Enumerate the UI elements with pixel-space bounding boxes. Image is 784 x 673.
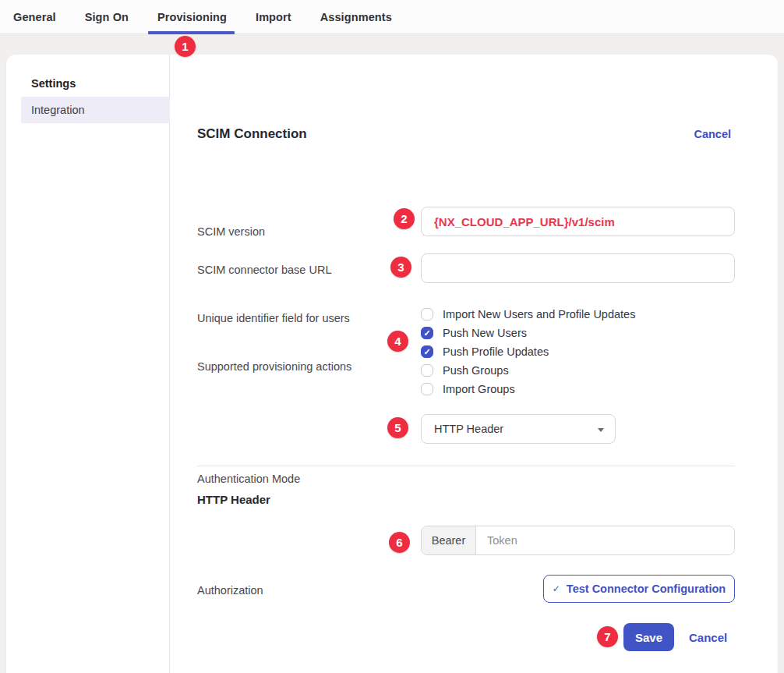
sidebar-item-integration[interactable]: Integration [21,97,170,123]
checkbox-label: Push Profile Updates [443,345,549,358]
content-card: Settings Integration SCIM Connection Can… [6,55,778,673]
unique-id-input[interactable] [421,253,735,283]
scim-version-label: SCIM version [197,225,265,238]
test-connector-configuration-button[interactable]: ✓ Test Connector Configuration [543,575,735,603]
checkbox-push-profile-updates[interactable]: Push Profile Updates [421,342,635,361]
tab-assignments[interactable]: Assignments [320,0,392,34]
sidebar-heading: Settings [31,77,76,90]
checkbox-import-groups[interactable]: Import Groups [421,380,635,398]
http-header-heading: HTTP Header [197,493,270,506]
provisioning-actions-group: Import New Users and Profile Updates Pus… [421,305,635,398]
checkbox-icon[interactable] [421,345,433,358]
step-badge-4: 4 [387,331,408,352]
check-icon: ✓ [553,583,560,594]
base-url-input[interactable] [421,207,735,236]
settings-sidebar: Settings Integration [6,55,170,673]
cancel-link-bottom[interactable]: Cancel [689,631,727,644]
step-badge-2: 2 [394,208,415,229]
step-badge-3: 3 [390,257,411,278]
chevron-down-icon [598,428,604,432]
checkbox-icon[interactable] [421,327,433,339]
step-badge-5: 5 [387,417,408,438]
tab-import[interactable]: Import [256,0,291,34]
save-button[interactable]: Save [623,623,674,651]
step-badge-1: 1 [175,36,196,57]
tab-provisioning[interactable]: Provisioning [157,0,227,34]
checkbox-import-new-users[interactable]: Import New Users and Profile Updates [421,305,635,324]
auth-mode-select[interactable]: HTTP Header [421,414,616,444]
checkbox-icon[interactable] [421,364,433,377]
cancel-link-top[interactable]: Cancel [694,128,731,140]
base-url-label: SCIM connector base URL [197,264,331,276]
checkbox-icon[interactable] [421,383,433,395]
tab-general[interactable]: General [13,0,56,34]
checkbox-label: Import New Users and Profile Updates [443,308,635,321]
checkbox-label: Import Groups [443,383,515,395]
checkbox-push-new-users[interactable]: Push New Users [421,324,635,342]
provisioning-actions-label: Supported provisioning actions [197,360,351,373]
checkbox-push-groups[interactable]: Push Groups [421,361,635,380]
page-title: SCIM Connection [197,126,307,142]
step-badge-7: 7 [597,626,618,647]
tab-sign-on[interactable]: Sign On [85,0,129,34]
checkbox-label: Push New Users [443,327,527,339]
checkbox-icon[interactable] [421,308,433,321]
scim-connection-panel: SCIM Connection Cancel SCIM version 2.0 … [197,55,743,673]
authorization-label: Authorization [197,584,263,597]
authorization-input-group: Bearer [421,526,735,555]
section-divider [197,466,735,466]
auth-mode-selected-value: HTTP Header [434,423,503,435]
checkbox-label: Push Groups [443,364,509,377]
auth-mode-label: Authentication Mode [197,473,300,485]
test-button-label: Test Connector Configuration [567,583,726,595]
bearer-prefix: Bearer [422,526,476,554]
app-tabbar: General Sign On Provisioning Import Assi… [0,0,784,34]
unique-id-label: Unique identifier field for users [197,312,350,324]
step-badge-6: 6 [389,532,410,553]
token-input[interactable] [476,526,734,554]
